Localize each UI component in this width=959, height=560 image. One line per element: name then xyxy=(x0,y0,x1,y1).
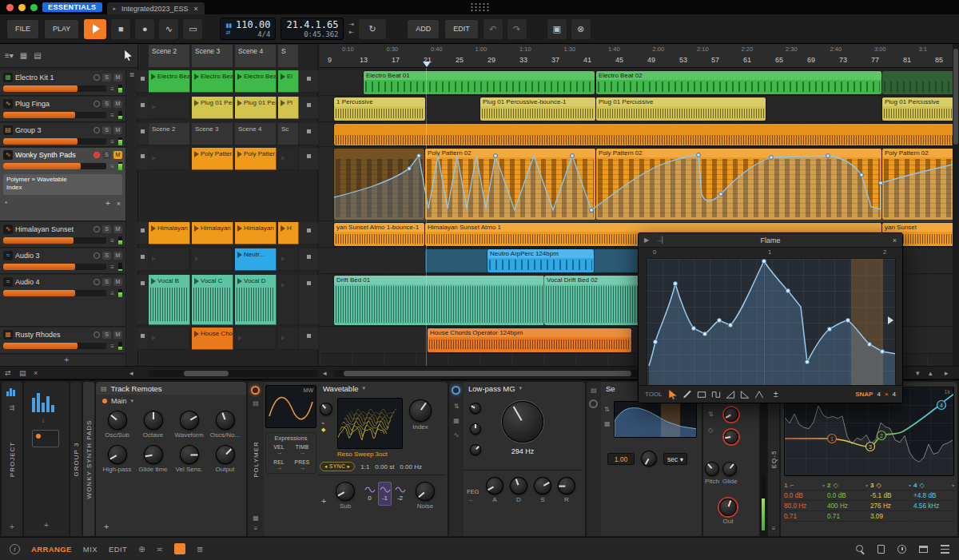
info-icon[interactable]: i xyxy=(10,544,20,554)
scrollbar-thumb[interactable] xyxy=(953,49,958,145)
volume-fader[interactable] xyxy=(3,138,106,145)
fx-send-a-knob[interactable] xyxy=(724,407,738,422)
stop-button[interactable]: ■ xyxy=(111,19,130,39)
record-arm-button[interactable] xyxy=(94,74,100,81)
chevron-down-icon[interactable]: ▾ xyxy=(363,385,366,391)
arranger-clip[interactable]: 1 Percussive xyxy=(334,97,425,121)
solo-button[interactable]: S xyxy=(102,73,111,81)
group-scene-cell[interactable]: Sc xyxy=(278,123,299,145)
clip-stop-button[interactable] xyxy=(299,97,318,119)
launcher-clip[interactable]: Plug 01 Per... xyxy=(192,97,233,119)
empty-clip-slot[interactable] xyxy=(149,97,190,119)
track-menu-icon[interactable]: ≡ xyxy=(109,343,116,350)
add-button[interactable]: ADD xyxy=(407,19,440,39)
track-header[interactable]: ▦Rusty RhodesSM≡ xyxy=(0,328,125,354)
clip-stop-button[interactable] xyxy=(299,123,318,145)
launcher-clip[interactable]: Pl xyxy=(278,97,299,119)
envelope-knob-r[interactable] xyxy=(558,477,575,494)
clear-icon[interactable]: × xyxy=(34,369,38,377)
empty-clip-slot[interactable] xyxy=(149,248,190,271)
track-menu-icon[interactable]: ≡ xyxy=(109,237,116,244)
automation-write-icon[interactable]: ∿ xyxy=(159,19,178,39)
eq-band-4[interactable]: 4◇▾+4.8 dB4.56 kHz xyxy=(913,481,954,522)
vertical-scrollbar[interactable] xyxy=(953,44,959,366)
band-gain-value[interactable]: +4.8 dB xyxy=(913,490,954,501)
eq-band-2[interactable]: 2◇▾0.0 dB400 Hz0.71 xyxy=(827,481,868,522)
mod-power-button[interactable] xyxy=(589,399,598,408)
time-signature[interactable]: 4/4 xyxy=(236,30,270,38)
remote-knob-vel-sens-[interactable] xyxy=(180,445,199,464)
remote-knob-glide-time[interactable] xyxy=(144,445,163,464)
pointer-tool[interactable] xyxy=(667,389,679,400)
launcher-clip[interactable]: Electro Bea... xyxy=(192,70,233,93)
record-arm-button[interactable] xyxy=(94,252,100,259)
plus-minus-tool[interactable]: ± xyxy=(770,389,782,400)
write-mode-icon[interactable]: →▏ xyxy=(655,236,667,244)
track-menu-icon[interactable]: ≡ xyxy=(109,163,116,170)
clip-stop-button[interactable] xyxy=(137,70,148,93)
index-knob[interactable] xyxy=(409,399,432,422)
launcher-clip[interactable]: Neutr... xyxy=(235,248,277,271)
clip-stop-button[interactable] xyxy=(299,70,318,93)
expression-timb[interactable]: TIMB→ xyxy=(291,444,313,456)
octave-option--1[interactable]: -1 xyxy=(378,482,392,506)
track-menu-icon[interactable]: ≡ xyxy=(109,290,116,297)
polymer-side-strip[interactable]: ▤ POLYMER ▦ ≡ xyxy=(248,382,264,536)
band-q-value[interactable]: 3.09 xyxy=(870,511,911,522)
expand-icon[interactable]: * xyxy=(5,200,7,207)
clip-stop-button[interactable] xyxy=(299,148,318,170)
cutoff-value[interactable]: 294 Hz xyxy=(497,447,548,455)
eq-side-strip[interactable]: EQ-5 ≡ xyxy=(768,382,779,536)
position-display[interactable]: 21.4.1.65 0:45.362 xyxy=(281,18,344,40)
add-device-button[interactable]: + xyxy=(105,199,110,208)
arranger-clip[interactable]: Plug 01 Percussive xyxy=(882,97,953,121)
clip-stop-button[interactable] xyxy=(137,328,148,350)
empty-clip-slot[interactable] xyxy=(192,248,233,271)
envelope-knob-a[interactable] xyxy=(486,477,503,494)
ramp-down-tool[interactable] xyxy=(738,389,751,400)
close-tab-icon[interactable]: × xyxy=(194,5,198,13)
mod-unit-select[interactable]: sec ▾ xyxy=(663,453,687,465)
close-window-button[interactable] xyxy=(6,4,14,11)
menu-icon[interactable]: ≡▾ xyxy=(5,51,14,60)
empty-clip-slot[interactable] xyxy=(235,328,277,350)
detune-hz-value[interactable]: 0.00 Hz xyxy=(400,463,422,471)
fx-knob-glide[interactable] xyxy=(722,462,737,476)
oscillator-type-label[interactable]: Wavetable xyxy=(323,384,359,393)
filter-title[interactable]: Low-pass MG xyxy=(468,384,515,393)
filter-keytrack-knob[interactable] xyxy=(470,423,481,435)
mute-button[interactable]: M xyxy=(113,252,122,260)
add-icon[interactable]: + xyxy=(2,522,22,531)
scrollbar-thumb[interactable] xyxy=(344,371,631,376)
octave-option-0[interactable]: 0 xyxy=(363,482,376,506)
arranger-clip[interactable]: Poly Pattern 02 xyxy=(882,149,953,220)
filter-side-strip[interactable]: ⇅ ▦ ∿ xyxy=(449,382,464,536)
project-panel-strip[interactable]: ⇶ PROJECT + xyxy=(2,382,22,536)
grid-view-icon[interactable]: ▦ xyxy=(20,51,27,60)
layout-icon[interactable]: ▤ xyxy=(19,369,26,377)
scene-header[interactable]: Scene 2 xyxy=(149,45,190,67)
track-strip[interactable]: WONKY SYNTH PADS xyxy=(83,382,94,536)
pointer-tool-icon[interactable] xyxy=(124,50,133,61)
arranger-clip[interactable] xyxy=(334,124,953,145)
noise-knob[interactable] xyxy=(416,482,435,501)
monitor-icon[interactable]: ▭ xyxy=(183,19,202,39)
launcher-clip[interactable]: H xyxy=(278,222,299,244)
record-arm-button[interactable] xyxy=(94,152,100,158)
mixer-strip-icon[interactable]: ≣ xyxy=(197,545,203,554)
file-menu-button[interactable]: FILE xyxy=(6,19,39,39)
record-arm-button[interactable] xyxy=(94,332,100,338)
play-button[interactable] xyxy=(84,19,106,39)
scroll-right-icon[interactable]: ▸ xyxy=(945,369,949,377)
remote-knob-waveform[interactable] xyxy=(180,411,199,430)
tempo-value[interactable]: 110.00 xyxy=(236,20,270,30)
mod-side-strip[interactable]: ▤ xyxy=(587,382,601,536)
rect-tool[interactable] xyxy=(695,389,708,400)
envelope-knob-d[interactable] xyxy=(510,477,527,494)
menu-icon[interactable]: ≡ xyxy=(248,525,264,532)
remotes-page-label[interactable]: Main xyxy=(111,397,127,405)
solo-button[interactable]: S xyxy=(102,225,111,233)
sub-octave-selector[interactable]: 0-1-2 xyxy=(363,482,407,506)
track-header[interactable]: ▤Group 3SM≡ xyxy=(0,123,125,147)
track-menu-icon[interactable]: ≡ xyxy=(109,85,116,93)
